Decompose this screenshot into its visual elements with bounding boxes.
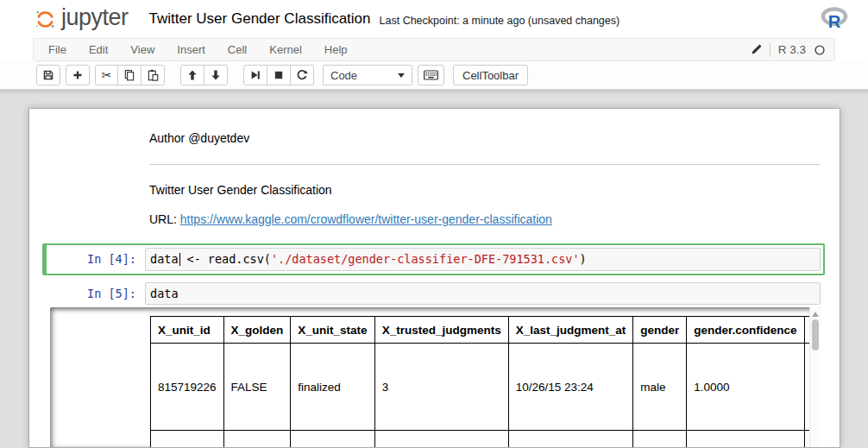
jupyter-logo[interactable]: jupyter — [35, 6, 129, 33]
code-editor-in5[interactable]: data — [145, 282, 821, 305]
notebook-title[interactable]: Twitter User Gender Classification — [149, 10, 371, 28]
menu-kernel[interactable]: Kernel — [258, 39, 313, 60]
markdown-cell-author[interactable]: Author @duyetdev — [29, 131, 840, 165]
code-token-paren: ) — [580, 252, 587, 266]
command-palette-button[interactable] — [418, 65, 444, 85]
menu-view[interactable]: View — [119, 39, 166, 60]
plus-icon — [72, 69, 84, 81]
table-cell: 815719226 — [151, 344, 224, 431]
table-cell — [687, 431, 804, 448]
celltoolbar-button[interactable]: CellToolbar — [453, 65, 528, 85]
notebook-page-background: Author @duyetdev Twitter User Gender Cla… — [0, 90, 868, 448]
jupyter-logo-icon — [35, 9, 56, 30]
paste-icon — [147, 69, 159, 81]
scrollbar-up-arrow[interactable] — [812, 312, 819, 317]
cell-type-dropdown[interactable]: Code — [323, 65, 412, 85]
menu-insert[interactable]: Insert — [166, 39, 217, 60]
menu-cell[interactable]: Cell — [217, 39, 258, 60]
arrow-up-icon — [186, 69, 198, 81]
markdown-rendered: Author @duyetdev — [149, 131, 840, 165]
output-scroll-area[interactable]: X_unit_id X_golden X_unit_state X_truste… — [50, 307, 821, 448]
menu-help[interactable]: Help — [313, 39, 359, 60]
table-cell: finalized — [291, 344, 374, 431]
move-group — [180, 65, 228, 85]
col-header: X_unit_state — [291, 317, 374, 344]
menu-edit[interactable]: Edit — [78, 39, 119, 60]
markdown-cell-description[interactable]: Twitter User Gender Classification URL: … — [29, 183, 840, 227]
code-cell-in4[interactable]: In [4]: data<-read.csv('./dataset/gender… — [42, 243, 825, 275]
notebook-description-title: Twitter User Gender Classification — [149, 183, 820, 198]
step-forward-icon — [249, 69, 261, 81]
table-cell — [508, 431, 633, 448]
kaggle-dataset-link[interactable]: https://www.kaggle.com/crowdflower/twitt… — [180, 212, 552, 226]
menubar: File Edit View Insert Cell Kernel Help R… — [33, 38, 835, 61]
table-cell: male — [633, 344, 687, 431]
move-cell-down-button[interactable] — [204, 65, 228, 85]
svg-text:R: R — [828, 12, 841, 30]
table-cell — [291, 431, 374, 448]
run-cell-button[interactable] — [243, 65, 267, 85]
table-header-row: X_unit_id X_golden X_unit_state X_truste… — [151, 317, 810, 344]
text-cursor — [179, 253, 180, 266]
clipboard-group: ✂ — [95, 65, 165, 85]
restart-icon — [296, 69, 308, 81]
col-header: X_golden — [223, 317, 291, 344]
r-kernel-logo: R — [821, 7, 849, 34]
table-cell: 1.0000 — [687, 344, 804, 431]
table-cell — [223, 431, 291, 448]
menubar-divider — [770, 42, 771, 57]
save-icon — [42, 69, 54, 81]
keyboard-icon — [424, 70, 438, 80]
menu-items: File Edit View Insert Cell Kernel Help — [34, 39, 359, 60]
code-cell-in5[interactable]: In [5]: data — [42, 278, 825, 309]
cut-icon: ✂ — [102, 69, 112, 81]
toolbar: ✂ — [0, 61, 868, 90]
url-paragraph: URL: https://www.kaggle.com/crowdflower/… — [149, 212, 820, 227]
table-row — [151, 431, 810, 448]
table-cell — [633, 431, 687, 448]
save-button[interactable] — [36, 65, 60, 85]
chevron-down-icon — [398, 73, 405, 78]
paste-cell-button[interactable] — [141, 65, 165, 85]
edit-mode-pencil-icon — [751, 44, 762, 55]
restart-kernel-button[interactable] — [290, 65, 314, 85]
palette-group — [418, 65, 444, 85]
cut-cell-button[interactable]: ✂ — [95, 65, 118, 85]
col-header: X_last_judgment_at — [508, 317, 633, 344]
save-group — [36, 65, 60, 85]
markdown-hr — [149, 164, 820, 165]
code-token-operator: <- — [187, 252, 201, 266]
table-cell — [151, 431, 224, 448]
move-cell-up-button[interactable] — [180, 65, 204, 85]
kernel-indicator-area: R 3.3 — [751, 39, 826, 60]
interrupt-kernel-button[interactable] — [267, 65, 291, 85]
code-editor-in4[interactable]: data<-read.csv('./dataset/gender-classif… — [145, 248, 821, 271]
col-header: X_unit_id — [151, 317, 224, 344]
code-token-variable: data — [150, 252, 179, 266]
menu-file[interactable]: File — [37, 39, 78, 60]
dataframe-table: X_unit_id X_golden X_unit_state X_truste… — [150, 316, 809, 448]
cell-type-value: Code — [330, 69, 357, 82]
scrollbar-thumb[interactable] — [812, 319, 819, 350]
insert-cell-below-button[interactable] — [66, 65, 90, 85]
col-header: gender — [633, 317, 687, 344]
table-cell: FALSE — [223, 344, 291, 431]
kernel-name: R 3.3 — [778, 43, 806, 56]
author-text: Author @duyetdev — [149, 131, 820, 146]
markdown-prompt-spacer — [29, 131, 149, 165]
arrow-down-icon — [210, 69, 222, 81]
table-cell — [374, 431, 508, 448]
copy-cell-button[interactable] — [117, 65, 142, 85]
r-logo-icon: R — [821, 7, 849, 30]
header: jupyter Twitter User Gender Classificati… — [0, 0, 868, 38]
col-header: gender.confidence — [687, 317, 804, 344]
output-vertical-scrollbar[interactable] — [809, 307, 821, 448]
input-prompt-in5: In [5]: — [49, 282, 145, 305]
col-header: X_trusted_judgments — [374, 317, 508, 344]
table-row: 815719226 FALSE finalized 3 10/26/15 23:… — [151, 344, 810, 431]
code-token-variable: data — [150, 287, 179, 300]
table-cell: 10/26/15 23:24 — [508, 344, 633, 431]
run-group — [243, 65, 314, 85]
checkpoint-status: Last Checkpoint: a minute ago (unsaved c… — [380, 12, 620, 27]
markdown-prompt-spacer — [29, 183, 149, 227]
